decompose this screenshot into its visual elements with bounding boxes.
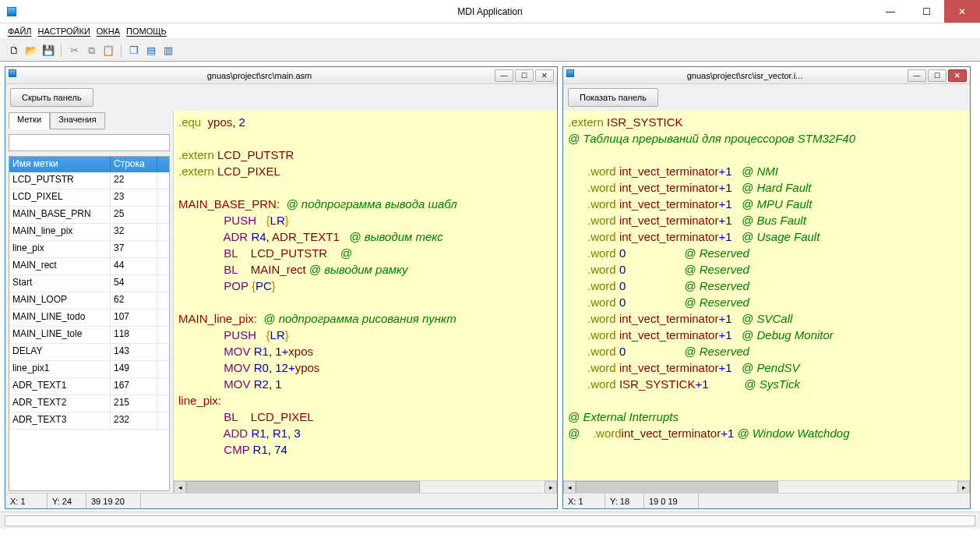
table-row[interactable]: LCD_PIXEL23 (9, 189, 169, 207)
save-file-icon[interactable]: 💾 (42, 44, 55, 57)
mdi-title-text: gnuas\project\src\main.asm (24, 71, 495, 80)
table-row[interactable]: MAIN_LINE_tole118 (9, 327, 169, 344)
mdi-area: gnuas\project\src\main.asm — ☐ ✕ Скрыть … (0, 62, 980, 511)
code-editor-right[interactable]: .extern ISR_SYSTICK@ Таблица прерываний … (563, 111, 970, 493)
maximize-button[interactable]: ☐ (908, 0, 944, 23)
editor-statusbar: X: 1 Y: 24 39 19 20 (5, 493, 557, 508)
status-sel: 39 19 20 (86, 494, 141, 508)
toolbar: 🗋 📂 💾 ✂ ⧉ 📋 ❐ ▤ ▥ (0, 40, 980, 62)
horizontal-scrollbar[interactable]: ◂ ▸ (174, 480, 557, 493)
status-x: X: 1 (5, 494, 48, 508)
tab-values[interactable]: Значения (50, 112, 105, 129)
labels-table: Имя метки Строка LCD_PUTSTR22LCD_PIXEL23… (9, 156, 170, 491)
tile-vertical-icon[interactable]: ▥ (162, 44, 174, 57)
table-row[interactable]: Start54 (9, 275, 169, 292)
mdi-close-button[interactable]: ✕ (948, 69, 967, 82)
mdi-close-button[interactable]: ✕ (535, 69, 554, 82)
toolbar-separator (121, 44, 122, 57)
new-file-icon[interactable]: 🗋 (8, 44, 20, 57)
menu-help[interactable]: ПОМОЩЬ (126, 27, 167, 36)
close-button[interactable]: ✕ (944, 0, 980, 23)
status-y: Y: 24 (48, 494, 86, 508)
table-row[interactable]: ADR_TEXT1167 (9, 378, 169, 395)
scroll-thumb[interactable] (576, 481, 778, 493)
toolbar-separator (61, 44, 62, 57)
menu-windows[interactable]: ОКНА (97, 27, 120, 36)
table-row[interactable]: line_pix1149 (9, 361, 169, 378)
cut-icon[interactable]: ✂ (68, 44, 80, 57)
paste-icon[interactable]: 📋 (102, 44, 115, 57)
status-x: X: 1 (563, 494, 605, 508)
scroll-right-button[interactable]: ▸ (957, 481, 970, 493)
show-panel-button[interactable]: Показать панель (568, 88, 658, 107)
editor-statusbar: X: 1 Y: 18 19 0 19 (563, 493, 970, 508)
scroll-left-button[interactable]: ◂ (563, 481, 576, 493)
table-row[interactable]: MAIN_LOOP62 (9, 292, 169, 310)
mdi-title-text: gnuas\project\src\isr_vector.i... (582, 71, 908, 80)
app-title: MDI Application (457, 6, 522, 17)
table-row[interactable]: MAIN_BASE_PRN25 (9, 207, 169, 224)
titlebar: MDI Application — ☐ ✕ (0, 0, 980, 23)
menu-file[interactable]: ФАЙЛ (8, 27, 32, 36)
scroll-left-button[interactable]: ◂ (174, 481, 186, 493)
tile-horizontal-icon[interactable]: ▤ (145, 44, 157, 57)
menubar: ФАЙЛ НАСТРОЙКИ ОКНА ПОМОЩЬ (0, 23, 980, 40)
col-header-name[interactable]: Имя метки (9, 157, 111, 172)
code-editor-left[interactable]: .equ ypos, 2 .extern LCD_PUTSTR.extern L… (174, 111, 557, 493)
menu-settings[interactable]: НАСТРОЙКИ (38, 27, 90, 36)
status-sel: 19 0 19 (644, 494, 699, 508)
app-icon (0, 7, 23, 16)
status-track (5, 515, 975, 526)
cascade-windows-icon[interactable]: ❐ (128, 44, 140, 57)
app-statusbar (0, 511, 980, 529)
labels-sidebar: Метки Значения Имя метки Строка LCD_PUTS… (5, 111, 174, 493)
table-row[interactable]: MAIN_LINE_todo107 (9, 310, 169, 327)
table-row[interactable]: MAIN_rect44 (9, 258, 169, 275)
mdi-window-main-asm: gnuas\project\src\main.asm — ☐ ✕ Скрыть … (5, 66, 558, 509)
table-row[interactable]: DELAY143 (9, 344, 169, 361)
table-row[interactable]: ADR_TEXT2215 (9, 395, 169, 412)
mdi-maximize-button[interactable]: ☐ (928, 69, 947, 82)
table-row[interactable]: line_pix37 (9, 241, 169, 258)
label-filter-input[interactable] (9, 134, 170, 151)
horizontal-scrollbar[interactable]: ◂ ▸ (563, 480, 970, 493)
col-header-line[interactable]: Строка (111, 157, 157, 172)
table-row[interactable]: MAIN_line_pix32 (9, 224, 169, 241)
scroll-right-button[interactable]: ▸ (545, 481, 557, 493)
minimize-button[interactable]: — (872, 0, 908, 23)
copy-icon[interactable]: ⧉ (85, 44, 97, 57)
mdi-window-isr-vector: gnuas\project\src\isr_vector.i... — ☐ ✕ … (562, 66, 971, 509)
hide-panel-button[interactable]: Скрыть панель (10, 88, 93, 107)
status-y: Y: 18 (605, 494, 644, 508)
scroll-thumb[interactable] (186, 481, 420, 493)
window-controls: — ☐ ✕ (872, 0, 980, 23)
document-icon (9, 69, 21, 82)
mdi-minimize-button[interactable]: — (495, 69, 513, 82)
table-row[interactable]: LCD_PUTSTR22 (9, 172, 169, 189)
table-row[interactable]: ADR_TEXT3232 (9, 412, 169, 430)
mdi-titlebar[interactable]: gnuas\project\src\main.asm — ☐ ✕ (5, 67, 557, 84)
tab-labels[interactable]: Метки (9, 112, 50, 129)
document-icon (566, 69, 579, 82)
mdi-minimize-button[interactable]: — (908, 69, 926, 82)
mdi-maximize-button[interactable]: ☐ (515, 69, 534, 82)
mdi-titlebar[interactable]: gnuas\project\src\isr_vector.i... — ☐ ✕ (563, 67, 970, 84)
open-file-icon[interactable]: 📂 (25, 44, 37, 57)
